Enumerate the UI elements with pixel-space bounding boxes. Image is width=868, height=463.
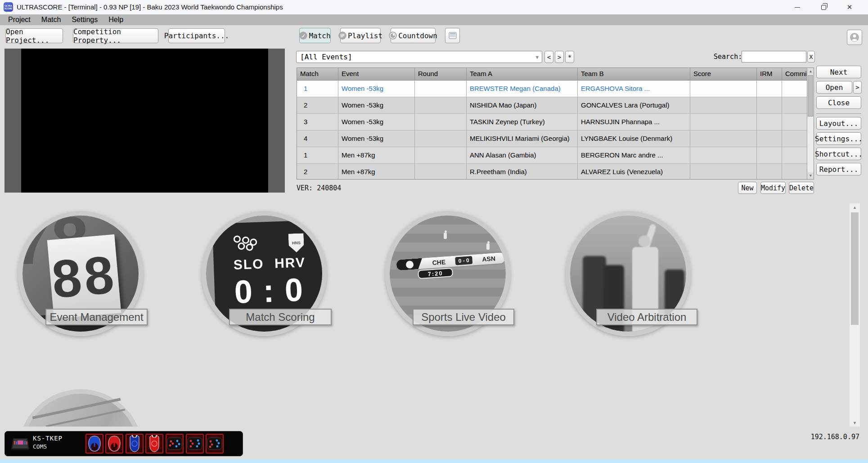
open-more-button[interactable]: >	[853, 81, 862, 94]
menu-help[interactable]: Help	[104, 15, 128, 24]
open-button[interactable]: Open	[816, 81, 852, 94]
table-scrollbar-thumb[interactable]	[808, 75, 813, 117]
table-scroll-up-icon[interactable]: ▲	[807, 68, 814, 75]
participants-label: Participants...	[164, 31, 229, 40]
main-scroll-up-icon[interactable]: ▲	[850, 203, 860, 211]
match-tab-button[interactable]: Match	[299, 28, 331, 43]
playlist-button[interactable]: Playlist	[340, 28, 381, 43]
new-button[interactable]: New	[738, 182, 757, 194]
table-row[interactable]: 3 Women -53kg TASKIN Zeynep (Turkey) HAR…	[297, 114, 808, 130]
display-panel-button[interactable]	[445, 28, 460, 43]
next-button[interactable]: Next	[816, 66, 861, 78]
video-preview	[4, 49, 285, 193]
col-commi[interactable]: Commi	[782, 68, 808, 80]
cell-match: 3	[297, 114, 338, 130]
competition-property-button[interactable]: Competition Property...	[73, 28, 158, 43]
col-team-a[interactable]: Team A	[467, 68, 578, 80]
cell-team-b: ERGASHOVA Sitora ...	[578, 81, 690, 97]
main-scrollbar[interactable]: ▲ ▼	[850, 203, 860, 427]
event-filter-dropdown[interactable]: [All Events] ▼	[296, 51, 542, 63]
sports-live-video-label-text: Sports Live Video	[421, 311, 506, 324]
taskbar-edge	[0, 459, 868, 463]
video-content	[21, 49, 268, 193]
red-hogu-icon	[147, 435, 162, 453]
scoreboard-team-b: HRV	[274, 255, 306, 271]
open-label: Open	[826, 83, 843, 92]
modify-button[interactable]: Modify	[760, 182, 786, 194]
number-card: 88	[47, 234, 121, 319]
table-row[interactable]: 2 Women -53kg NISHIDA Mao (Japan) GONCAL…	[297, 97, 808, 114]
modify-label: Modify	[761, 184, 785, 192]
cell-team-b: ALVAREZ Luis (Venezuela)	[578, 164, 690, 180]
sensor-tile-3[interactable]	[206, 434, 224, 454]
close-button[interactable]: ✕	[839, 0, 860, 14]
shortcut-button[interactable]: Shortcut...	[816, 148, 861, 160]
restore-button[interactable]	[813, 0, 834, 14]
red-hogu-tile[interactable]	[145, 434, 163, 454]
minimize-button[interactable]	[787, 0, 808, 14]
next-event-button[interactable]: >	[555, 51, 564, 63]
table-scroll-down-icon[interactable]: ▼	[807, 172, 814, 179]
cell-event: Women -53kg	[338, 114, 415, 130]
cell-commi	[782, 81, 808, 97]
cell-match: 2	[297, 164, 338, 180]
col-event[interactable]: Event	[338, 68, 415, 80]
layout-button[interactable]: Layout...	[816, 117, 861, 130]
blue-hogu-tile[interactable]	[126, 434, 144, 454]
col-match[interactable]: Match	[297, 68, 338, 80]
table-row[interactable]: 4 Women -53kg MELIKISHVILI Mariami (Geor…	[297, 130, 808, 147]
cell-score	[690, 81, 757, 97]
cell-round	[415, 114, 467, 130]
sensor-tile-1[interactable]	[166, 434, 184, 454]
crest-text: HNS	[292, 240, 301, 245]
user-button[interactable]	[847, 30, 862, 45]
cell-team-a: BREWSTER Megan (Canada)	[467, 81, 578, 97]
table-scrollbar[interactable]: ▲ ▼	[807, 68, 814, 179]
red-helmet-tile[interactable]	[105, 434, 123, 454]
menu-project[interactable]: Project	[4, 15, 35, 24]
menu-settings[interactable]: Settings	[67, 15, 102, 24]
cell-round	[415, 164, 467, 180]
player-figure	[486, 243, 490, 250]
event-filter-value: [All Events]	[300, 53, 352, 61]
table-row[interactable]: 2 Men +87kg R.Preetham (India) ALVAREZ L…	[297, 164, 808, 180]
video-arbitration-label-text: Video Arbitration	[607, 311, 687, 324]
countdown-icon	[389, 31, 397, 40]
player-silhouette	[603, 265, 624, 336]
participants-button[interactable]: Participants...	[168, 28, 225, 43]
referee-head	[639, 235, 650, 247]
col-irm[interactable]: IRM	[757, 68, 782, 80]
report-button[interactable]: Report...	[816, 163, 861, 175]
settings-button[interactable]: Settings...	[816, 132, 861, 145]
main-scrollbar-thumb[interactable]	[851, 212, 859, 325]
delete-button[interactable]: Delete	[789, 182, 814, 194]
col-score[interactable]: Score	[690, 68, 757, 80]
clear-search-button[interactable]: X	[807, 51, 815, 63]
all-events-button[interactable]: *	[565, 51, 574, 63]
video-arbitration-label: Video Arbitration	[596, 309, 697, 325]
close-match-button[interactable]: Close	[816, 96, 861, 109]
search-input[interactable]	[742, 51, 806, 63]
menu-match[interactable]: Match	[37, 15, 66, 24]
cell-irm	[757, 130, 782, 147]
col-team-b[interactable]: Team B	[578, 68, 690, 80]
minimize-icon	[795, 7, 800, 8]
blue-helmet-tile[interactable]	[85, 434, 103, 454]
shortcut-label: Shortcut...	[815, 150, 863, 158]
prev-event-button[interactable]: <	[544, 51, 553, 63]
cell-event: Women -53kg	[338, 97, 415, 113]
partial-module[interactable]	[18, 389, 143, 427]
dropdown-arrow-icon: ▼	[535, 54, 539, 60]
main-scroll-down-icon[interactable]: ▼	[850, 419, 860, 427]
sensor-pad-icon	[166, 435, 183, 453]
app-icon: ULTRA SCORE	[4, 2, 13, 12]
sensor-tile-2[interactable]	[186, 434, 204, 454]
countdown-button[interactable]: Countdown	[391, 28, 436, 43]
open-project-button[interactable]: Open Project...	[5, 28, 63, 43]
col-round[interactable]: Round	[415, 68, 467, 80]
table-row[interactable]: 1 Men +87kg ANN Alasan (Gambia) BERGERON…	[297, 147, 808, 164]
playlist-icon	[338, 31, 346, 40]
open-project-label: Open Project...	[6, 27, 63, 45]
cell-round	[415, 81, 467, 97]
table-row[interactable]: 1 Women -53kg BREWSTER Megan (Canada) ER…	[297, 81, 808, 97]
